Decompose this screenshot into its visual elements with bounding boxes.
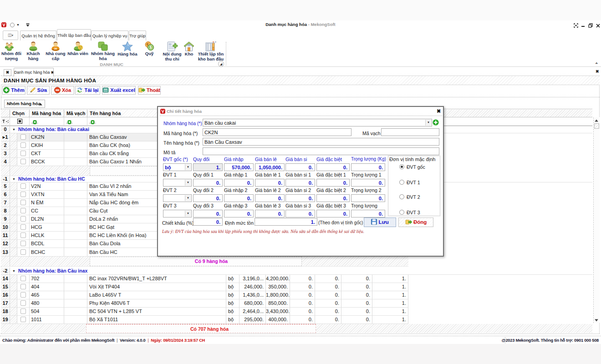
- svg-text:a: a: [31, 121, 33, 124]
- svg-text:$: $: [149, 45, 152, 50]
- svg-text:OK: OK: [54, 48, 58, 50]
- svg-text:a: a: [89, 121, 91, 124]
- svg-text:c: c: [71, 121, 73, 124]
- svg-text:c: c: [37, 121, 38, 124]
- svg-text:c: c: [95, 121, 96, 124]
- svg-text:a: a: [66, 121, 68, 124]
